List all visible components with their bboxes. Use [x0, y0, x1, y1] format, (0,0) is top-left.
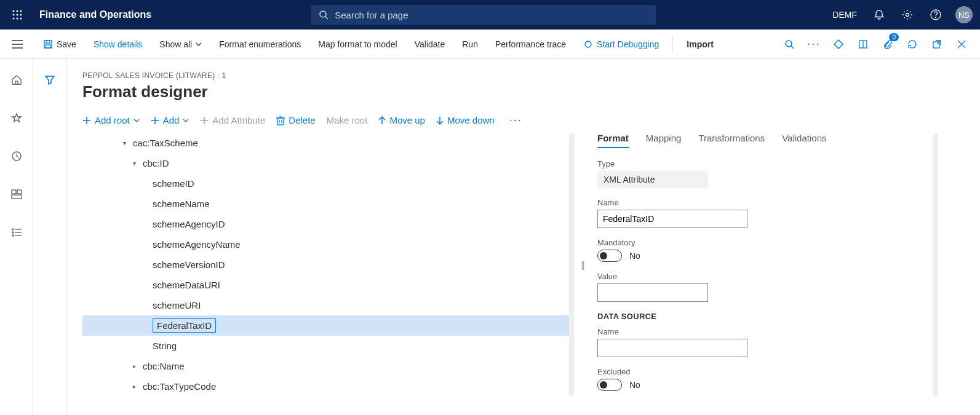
- tab-validations[interactable]: Validations: [782, 133, 826, 148]
- close-icon[interactable]: [950, 33, 973, 55]
- help-icon[interactable]: [927, 6, 944, 23]
- toolbar-more-icon[interactable]: ···: [506, 114, 526, 127]
- mandatory-label: Mandatory: [597, 238, 964, 247]
- svg-point-13: [936, 17, 936, 18]
- add-button[interactable]: Add: [151, 115, 189, 125]
- value-input[interactable]: [597, 283, 708, 302]
- tree-node[interactable]: ▾ cac:TaxScheme: [82, 133, 574, 153]
- ds-name-label: Name: [597, 327, 964, 336]
- office-icon[interactable]: [852, 33, 874, 55]
- collapse-icon[interactable]: ▾: [119, 140, 129, 146]
- scrollbar[interactable]: [569, 133, 574, 397]
- value-label: Value: [597, 272, 964, 281]
- performance-trace-button[interactable]: Performance trace: [489, 36, 572, 53]
- diamond-icon[interactable]: [827, 33, 850, 55]
- svg-point-0: [13, 10, 15, 12]
- top-nav: Finance and Operations DEMF NS: [0, 0, 980, 30]
- svg-rect-18: [46, 41, 50, 43]
- tab-transformations[interactable]: Transformations: [698, 133, 765, 148]
- svg-point-2: [20, 10, 22, 12]
- show-all-button[interactable]: Show all: [153, 36, 208, 53]
- start-debugging-button[interactable]: Start Debugging: [577, 36, 665, 53]
- tree-node[interactable]: ▾ cbc:ID: [82, 153, 574, 173]
- svg-rect-31: [12, 190, 16, 194]
- svg-line-10: [325, 17, 328, 19]
- validate-button[interactable]: Validate: [408, 36, 452, 53]
- breadcrumb: PEPPOL SALES INVOICE (LITWARE) : 1: [82, 71, 964, 80]
- run-button[interactable]: Run: [456, 36, 484, 53]
- recent-icon[interactable]: [7, 146, 26, 166]
- tree-node[interactable]: schemeVersionID: [82, 255, 574, 275]
- svg-point-38: [12, 235, 14, 236]
- svg-point-4: [17, 14, 18, 16]
- type-label: Type: [597, 159, 964, 168]
- format-enumerations-button[interactable]: Format enumerations: [213, 36, 307, 53]
- save-button[interactable]: Save: [37, 36, 82, 53]
- ds-name-input[interactable]: [597, 339, 747, 357]
- app-launcher-icon[interactable]: [7, 5, 27, 25]
- chevron-down-icon: [183, 119, 189, 122]
- popout-icon[interactable]: [926, 33, 948, 55]
- attach-icon[interactable]: 0: [877, 33, 899, 55]
- move-up-button[interactable]: Move up: [378, 115, 425, 125]
- tree-node-selected[interactable]: FederalTaxID: [82, 315, 574, 336]
- favorites-icon[interactable]: [7, 108, 26, 128]
- import-button[interactable]: Import: [680, 36, 720, 53]
- tab-format[interactable]: Format: [597, 133, 629, 148]
- search-box[interactable]: [311, 5, 656, 25]
- add-root-button[interactable]: Add root: [82, 115, 140, 125]
- gear-icon[interactable]: [899, 6, 916, 23]
- tree-node[interactable]: schemeAgencyID: [82, 214, 574, 234]
- expand-icon[interactable]: ▸: [129, 383, 139, 390]
- search-input[interactable]: [335, 10, 648, 20]
- tree-node[interactable]: ▸ cbc:TaxTypeCode: [82, 376, 574, 397]
- collapse-icon[interactable]: ▾: [129, 160, 139, 167]
- more-icon[interactable]: ···: [803, 33, 825, 55]
- svg-rect-33: [12, 195, 22, 199]
- refresh-icon[interactable]: [901, 33, 923, 55]
- tab-mapping[interactable]: Mapping: [646, 133, 682, 148]
- svg-line-26: [937, 41, 941, 44]
- svg-point-36: [12, 232, 14, 233]
- main-content: PEPPOL SALES INVOICE (LITWARE) : 1 Forma…: [66, 59, 980, 415]
- svg-point-3: [13, 14, 15, 16]
- app-title: Finance and Operations: [39, 9, 151, 20]
- name-input[interactable]: [597, 210, 747, 228]
- scrollbar[interactable]: [933, 133, 938, 397]
- hamburger-icon[interactable]: [7, 34, 27, 54]
- svg-line-22: [791, 46, 794, 49]
- filter-icon[interactable]: [40, 70, 60, 90]
- bell-icon[interactable]: [870, 6, 888, 23]
- map-format-button[interactable]: Map format to model: [312, 36, 403, 53]
- home-icon[interactable]: [7, 70, 26, 90]
- tree-node[interactable]: schemeID: [82, 173, 574, 194]
- tree-node[interactable]: schemeURI: [82, 295, 574, 315]
- properties-tabs: Format Mapping Transformations Validatio…: [597, 133, 964, 148]
- delete-button[interactable]: Delete: [276, 115, 315, 125]
- tree-node[interactable]: schemeDataURI: [82, 275, 574, 295]
- properties-column: Format Mapping Transformations Validatio…: [591, 133, 964, 397]
- splitter-icon[interactable]: ‖: [581, 133, 585, 397]
- workspaces-icon[interactable]: [7, 184, 26, 204]
- tree-node[interactable]: schemeName: [82, 194, 574, 214]
- company-label[interactable]: DEMF: [830, 6, 859, 23]
- modules-icon[interactable]: [7, 223, 26, 242]
- svg-point-1: [17, 10, 18, 12]
- mandatory-toggle[interactable]: [597, 250, 622, 262]
- tree-node[interactable]: String: [82, 336, 574, 356]
- tree-node[interactable]: schemeAgencyName: [82, 234, 574, 255]
- chevron-down-icon: [196, 42, 202, 46]
- svg-rect-29: [15, 81, 18, 84]
- svg-point-6: [13, 18, 15, 20]
- data-source-heading: DATA SOURCE: [597, 312, 964, 321]
- tree-column: ▾ cac:TaxScheme ▾ cbc:ID schemeID scheme…: [82, 133, 575, 397]
- svg-point-34: [12, 229, 14, 230]
- move-down-button[interactable]: Move down: [436, 115, 495, 125]
- find-icon[interactable]: [778, 33, 800, 55]
- expand-icon[interactable]: ▸: [129, 363, 139, 370]
- avatar[interactable]: NS: [955, 6, 973, 23]
- excluded-toggle[interactable]: [597, 379, 622, 391]
- tree-node[interactable]: ▸ cbc:Name: [82, 356, 574, 376]
- type-value: XML Attribute: [597, 171, 708, 188]
- show-details-button[interactable]: Show details: [87, 36, 148, 53]
